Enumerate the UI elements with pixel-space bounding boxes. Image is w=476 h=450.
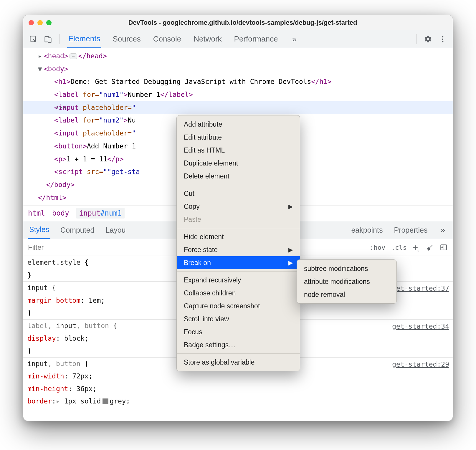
svg-rect-2	[48, 38, 51, 42]
device-toolbar-icon[interactable]	[42, 33, 54, 46]
tab-elements[interactable]: Elements	[67, 30, 101, 48]
ctx-paste: Paste	[177, 213, 300, 226]
stab-properties[interactable]: Properties	[393, 222, 429, 239]
hov-toggle[interactable]: :hov	[370, 244, 385, 251]
stab-breakpoints[interactable]: eakpoints	[350, 222, 384, 239]
svg-point-4	[442, 38, 444, 40]
close-window-button[interactable]	[29, 20, 34, 25]
title-bar: DevTools - googlechrome.github.io/devtoo…	[23, 15, 453, 30]
source-link[interactable]: get-started:34	[392, 320, 449, 333]
ctx-force-state[interactable]: Force state▶	[177, 243, 300, 256]
source-link[interactable]: get-started:29	[392, 358, 449, 371]
sub-attribute-modifications[interactable]: attribute modifications	[297, 275, 396, 288]
toolbar-right	[414, 33, 449, 46]
ctx-hide-element[interactable]: Hide element	[177, 230, 300, 243]
cls-toggle[interactable]: .cls	[391, 244, 407, 251]
ctx-store-as-global[interactable]: Store as global variable	[177, 356, 300, 369]
window-title: DevTools - googlechrome.github.io/devtoo…	[38, 19, 447, 27]
sub-node-removal[interactable]: node removal	[297, 288, 396, 301]
kebab-menu-icon[interactable]	[436, 33, 449, 46]
styles-tools: :hov .cls +▾	[364, 242, 453, 253]
more-tabs-icon[interactable]: »	[289, 34, 300, 44]
dom-node-label1[interactable]: <label for="num1">Number 1</label>	[23, 88, 453, 101]
context-menu: Add attribute Edit attribute Edit as HTM…	[176, 115, 300, 371]
ctx-copy[interactable]: Copy▶	[177, 200, 300, 213]
svg-point-5	[442, 41, 444, 42]
chevron-right-icon: ▶	[288, 203, 293, 210]
dom-node-input1-selected[interactable]: <input placeholder="	[23, 101, 453, 114]
ctx-delete-element[interactable]: Delete element	[177, 170, 300, 183]
devtools-window: DevTools - googlechrome.github.io/devtoo…	[23, 15, 453, 421]
tab-sources[interactable]: Sources	[111, 30, 142, 48]
dom-node-head[interactable]: ▸<head>⋯</head>	[23, 50, 453, 63]
source-link[interactable]: get-started:37	[392, 282, 449, 295]
chevron-right-icon: ▶	[288, 259, 293, 266]
tab-network[interactable]: Network	[192, 30, 223, 48]
stab-layout[interactable]: Layou	[104, 222, 127, 239]
ctx-collapse-children[interactable]: Collapse children	[177, 287, 300, 300]
panel-tabs: Elements Sources Console Network Perform…	[64, 30, 412, 48]
stab-styles[interactable]: Styles	[28, 221, 50, 239]
tab-performance[interactable]: Performance	[233, 30, 279, 48]
svg-point-3	[442, 36, 444, 37]
ctx-break-on[interactable]: Break on▶	[177, 256, 300, 269]
tab-console[interactable]: Console	[152, 30, 182, 48]
ctx-focus[interactable]: Focus	[177, 325, 300, 338]
main-toolbar: Elements Sources Console Network Perform…	[23, 30, 453, 48]
ctx-separator	[177, 185, 300, 185]
more-styles-tabs-icon[interactable]: »	[437, 225, 448, 235]
ctx-badge-settings[interactable]: Badge settings…	[177, 338, 300, 351]
ctx-separator	[177, 353, 300, 354]
breadcrumb-body[interactable]: body	[52, 209, 69, 217]
ellipsis-icon: ⋯	[70, 53, 77, 59]
ctx-edit-attribute[interactable]: Edit attribute	[177, 131, 300, 144]
breadcrumb-input[interactable]: input#num1	[76, 208, 125, 219]
break-on-submenu: subtree modifications attribute modifica…	[297, 259, 397, 304]
toolbar-divider	[416, 34, 417, 44]
sub-subtree-modifications[interactable]: subtree modifications	[297, 262, 396, 275]
toggle-sidebar-icon[interactable]	[440, 244, 447, 251]
chevron-right-icon: ▶	[288, 246, 293, 253]
new-style-rule-icon[interactable]: +▾	[413, 242, 420, 253]
settings-gear-icon[interactable]	[422, 33, 434, 46]
ctx-add-attribute[interactable]: Add attribute	[177, 118, 300, 131]
toolbar-divider	[59, 34, 60, 44]
inspect-element-icon[interactable]	[27, 33, 40, 46]
ctx-capture-node-screenshot[interactable]: Capture node screenshot	[177, 300, 300, 312]
stab-computed[interactable]: Computed	[59, 222, 95, 239]
ctx-separator	[177, 228, 300, 228]
ctx-separator	[177, 271, 300, 272]
ctx-expand-recursively[interactable]: Expand recursively	[177, 274, 300, 287]
ctx-cut[interactable]: Cut	[177, 187, 300, 200]
color-swatch[interactable]	[103, 398, 108, 404]
paint-brush-icon[interactable]	[426, 244, 434, 251]
ctx-duplicate-element[interactable]: Duplicate element	[177, 157, 300, 170]
dom-node-h1[interactable]: <h1>Demo: Get Started Debugging JavaScri…	[23, 75, 453, 88]
styles-filter-input[interactable]	[23, 239, 159, 256]
breadcrumb-html[interactable]: html	[28, 209, 45, 217]
ctx-edit-as-html[interactable]: Edit as HTML	[177, 144, 300, 157]
ctx-scroll-into-view[interactable]: Scroll into view	[177, 312, 300, 325]
dom-node-body-open[interactable]: ▼<body>	[23, 63, 453, 76]
